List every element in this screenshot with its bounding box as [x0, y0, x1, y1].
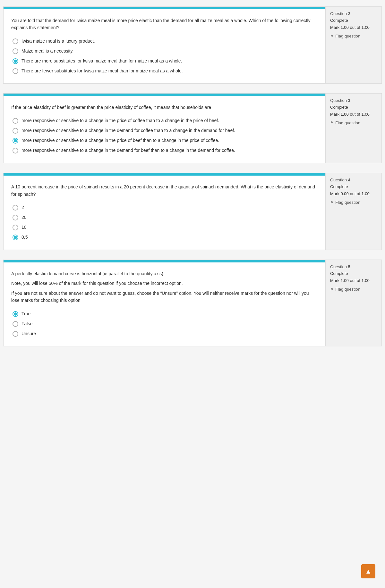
flag-label-q2: Flag question — [335, 34, 360, 38]
question-main-q5: A perfectly elastic demand curve is hori… — [3, 260, 326, 346]
radio-circle-q4o2[interactable] — [13, 215, 18, 220]
flag-icon-q3: ⚑ — [330, 120, 334, 125]
option-item-q4o3[interactable]: 10 — [13, 224, 318, 231]
option-label-q2o4: There are fewer substitutes for Iwisa ma… — [21, 68, 183, 74]
option-item-q2o3[interactable]: There are more substitutes for Iwisa mai… — [13, 58, 318, 64]
question-top-bar-q4 — [4, 173, 325, 176]
question-text-part-q5: A perfectly elastic demand curve is hori… — [11, 270, 318, 277]
option-label-q3o3: more responsive or sensitive to a change… — [21, 137, 219, 144]
question-body-q5: A perfectly elastic demand curve is hori… — [4, 262, 325, 346]
question-text-q5: A perfectly elastic demand curve is hori… — [11, 270, 318, 304]
question-main-q3: If the price elasticity of beef is great… — [3, 93, 326, 163]
radio-circle-q2o3[interactable] — [13, 58, 18, 64]
option-label-q5o1: True — [21, 311, 30, 317]
flag-label-q4: Flag question — [335, 200, 360, 205]
option-item-q2o1[interactable]: Iwisa maize meal is a luxury product. — [13, 38, 318, 45]
radio-circle-q3o3[interactable] — [13, 138, 18, 144]
sidebar-question-label-q5: Question 5 — [330, 264, 377, 269]
radio-circle-q2o1[interactable] — [13, 38, 18, 44]
question-text-part-q5: Note, you will lose 50% of the mark for … — [11, 280, 318, 287]
sidebar-mark-q3: Mark 1.00 out of 1.00 — [330, 112, 377, 117]
option-item-q3o1[interactable]: more responsive or sensitive to a change… — [13, 117, 318, 124]
option-item-q5o1[interactable]: True — [13, 311, 318, 317]
option-item-q4o4[interactable]: 0,5 — [13, 234, 318, 241]
radio-circle-q5o3[interactable] — [13, 331, 18, 337]
radio-circle-q5o2[interactable] — [13, 321, 18, 327]
flag-icon-q4: ⚑ — [330, 200, 334, 205]
question-block-q2: You are told that the demand for Iwisa m… — [3, 6, 382, 84]
question-body-q4: A 10 percent increase in the price of sp… — [4, 176, 325, 250]
options-list-q3: more responsive or sensitive to a change… — [11, 117, 318, 154]
question-sidebar-q2: Question 2CompleteMark 1.00 out of 1.00⚑… — [326, 6, 382, 84]
question-block-q5: A perfectly elastic demand curve is hori… — [3, 260, 382, 346]
option-label-q3o4: more responsive or sensitive to a change… — [21, 147, 235, 154]
options-list-q5: TrueFalseUnsure — [11, 311, 318, 337]
option-item-q4o1[interactable]: 2 — [13, 204, 318, 211]
option-item-q5o3[interactable]: Unsure — [13, 330, 318, 337]
question-text-q4: A 10 percent increase in the price of sp… — [11, 183, 318, 198]
sidebar-mark-q5: Mark 1.00 out of 1.00 — [330, 278, 377, 284]
options-list-q2: Iwisa maize meal is a luxury product.Mai… — [11, 38, 318, 74]
sidebar-status-q2: Complete — [330, 18, 377, 23]
option-label-q2o1: Iwisa maize meal is a luxury product. — [21, 38, 95, 45]
sidebar-flag-q5[interactable]: ⚑Flag question — [330, 287, 377, 292]
question-sidebar-q5: Question 5CompleteMark 1.00 out of 1.00⚑… — [326, 260, 382, 346]
option-item-q4o2[interactable]: 20 — [13, 214, 318, 221]
sidebar-status-q5: Complete — [330, 271, 377, 276]
flag-icon-q2: ⚑ — [330, 34, 334, 38]
sidebar-question-label-q2: Question 2 — [330, 11, 377, 16]
option-label-q3o1: more responsive or sensitive to a change… — [21, 117, 219, 124]
question-text-part-q5: If you are not sure about the answer and… — [11, 290, 318, 304]
sidebar-status-q3: Complete — [330, 105, 377, 110]
option-label-q2o3: There are more substitutes for Iwisa mai… — [21, 58, 182, 64]
option-item-q3o3[interactable]: more responsive or sensitive to a change… — [13, 137, 318, 144]
question-sidebar-q4: Question 4CompleteMark 0.00 out of 1.00⚑… — [326, 173, 382, 250]
radio-circle-q3o4[interactable] — [13, 148, 18, 153]
option-label-q5o2: False — [21, 320, 32, 327]
page-wrapper: You are told that the demand for Iwisa m… — [0, 0, 385, 353]
option-label-q3o2: more responsive or sensitive to a change… — [21, 127, 235, 134]
radio-circle-q3o2[interactable] — [13, 128, 18, 134]
question-sidebar-q3: Question 3CompleteMark 1.00 out of 1.00⚑… — [326, 93, 382, 163]
option-item-q5o2[interactable]: False — [13, 320, 318, 327]
option-label-q4o1: 2 — [21, 204, 24, 211]
question-text-q3: If the price elasticity of beef is great… — [11, 104, 318, 111]
sidebar-flag-q3[interactable]: ⚑Flag question — [330, 120, 377, 125]
option-label-q4o4: 0,5 — [21, 234, 28, 241]
sidebar-flag-q2[interactable]: ⚑Flag question — [330, 34, 377, 38]
radio-circle-q2o2[interactable] — [13, 48, 18, 54]
radio-circle-q3o1[interactable] — [13, 118, 18, 124]
sidebar-mark-q4: Mark 0.00 out of 1.00 — [330, 191, 377, 197]
question-body-q3: If the price elasticity of beef is great… — [4, 96, 325, 163]
radio-circle-q2o4[interactable] — [13, 68, 18, 74]
radio-circle-q4o1[interactable] — [13, 205, 18, 211]
radio-circle-q5o1[interactable] — [13, 311, 18, 317]
sidebar-flag-q4[interactable]: ⚑Flag question — [330, 200, 377, 205]
question-body-q2: You are told that the demand for Iwisa m… — [4, 9, 325, 83]
option-item-q2o2[interactable]: Maize meal is a necessity. — [13, 48, 318, 54]
question-top-bar-q2 — [4, 7, 325, 9]
question-block-q4: A 10 percent increase in the price of sp… — [3, 173, 382, 250]
sidebar-question-label-q3: Question 3 — [330, 98, 377, 103]
flag-icon-q5: ⚑ — [330, 287, 334, 292]
radio-circle-q4o4[interactable] — [13, 235, 18, 240]
sidebar-question-label-q4: Question 4 — [330, 178, 377, 182]
option-label-q5o3: Unsure — [21, 330, 36, 337]
question-top-bar-q3 — [4, 94, 325, 96]
option-item-q3o2[interactable]: more responsive or sensitive to a change… — [13, 127, 318, 134]
radio-circle-q4o3[interactable] — [13, 225, 18, 230]
sidebar-status-q4: Complete — [330, 184, 377, 189]
option-label-q4o3: 10 — [21, 224, 27, 231]
flag-label-q3: Flag question — [335, 120, 360, 125]
question-main-q4: A 10 percent increase in the price of sp… — [3, 173, 326, 250]
question-block-q3: If the price elasticity of beef is great… — [3, 93, 382, 163]
question-top-bar-q5 — [4, 260, 325, 262]
question-main-q2: You are told that the demand for Iwisa m… — [3, 6, 326, 84]
option-item-q3o4[interactable]: more responsive or sensitive to a change… — [13, 147, 318, 154]
question-text-q2: You are told that the demand for Iwisa m… — [11, 17, 318, 31]
option-label-q2o2: Maize meal is a necessity. — [21, 48, 73, 54]
sidebar-mark-q2: Mark 1.00 out of 1.00 — [330, 25, 377, 30]
options-list-q4: 220100,5 — [11, 204, 318, 241]
flag-label-q5: Flag question — [335, 287, 360, 292]
option-item-q2o4[interactable]: There are fewer substitutes for Iwisa ma… — [13, 68, 318, 74]
